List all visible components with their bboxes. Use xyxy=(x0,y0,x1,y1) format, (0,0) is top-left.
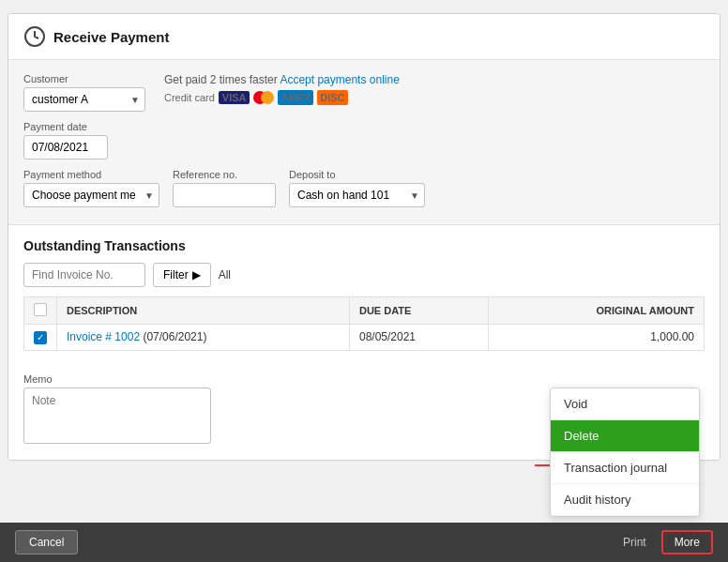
dropdown-arrow-icon xyxy=(656,516,671,517)
all-label: All xyxy=(219,268,231,281)
deposit-group: Deposit to Cash on hand 101 ▼ xyxy=(289,169,425,207)
customer-select[interactable]: customer A xyxy=(23,87,145,112)
visa-icon: VISA xyxy=(219,91,250,104)
deposit-label: Deposit to xyxy=(289,169,425,180)
credit-cards: Credit card VISA AMEX DISC xyxy=(164,90,705,105)
reference-label: Reference no. xyxy=(173,169,276,180)
footer-right: Print More xyxy=(615,530,713,554)
dropdown-menu: Void Delete Transaction journal Audit hi… xyxy=(550,387,700,517)
checkbox-header xyxy=(24,297,57,325)
receive-payment-icon xyxy=(23,25,46,48)
customer-label: Customer xyxy=(23,73,145,84)
amount-cell: 1,000.00 xyxy=(489,325,705,351)
deposit-select-wrapper: Cash on hand 101 ▼ xyxy=(289,183,425,207)
print-button[interactable]: Print xyxy=(615,531,654,554)
dropdown-item-audit-history[interactable]: Audit history xyxy=(551,484,699,516)
form-row-2: Payment date xyxy=(23,121,705,159)
table-header-row: DESCRIPTION DUE DATE ORIGINAL AMOUNT xyxy=(24,297,705,325)
invoice-link[interactable]: Invoice # 1002 xyxy=(67,330,140,343)
footer-left: Cancel xyxy=(15,530,78,554)
transactions-table: DESCRIPTION DUE DATE ORIGINAL AMOUNT Inv… xyxy=(23,296,705,351)
description-header: DESCRIPTION xyxy=(57,297,350,325)
footer-bar: Cancel Print More xyxy=(0,523,728,562)
payment-info: Get paid 2 times faster Accept payments … xyxy=(164,73,705,105)
filter-button-label: Filter xyxy=(163,268,189,281)
row-checkbox[interactable] xyxy=(34,331,47,344)
reference-group: Reference no. xyxy=(173,169,276,207)
form-row-1: Customer customer A ▼ Get paid 2 times f… xyxy=(23,73,705,112)
amex-icon: AMEX xyxy=(278,90,313,105)
dropdown-item-transaction-journal[interactable]: Transaction journal xyxy=(551,452,699,484)
accept-payments-link[interactable]: Accept payments online xyxy=(280,73,399,86)
deposit-select[interactable]: Cash on hand 101 xyxy=(289,183,425,207)
row-checkbox-cell xyxy=(24,325,57,351)
more-button[interactable]: More xyxy=(661,530,713,554)
dropdown-item-void[interactable]: Void xyxy=(551,388,699,420)
payment-method-group: Payment method Choose payment method ▼ xyxy=(23,169,159,207)
cancel-button[interactable]: Cancel xyxy=(15,530,78,554)
filter-row: Filter ▶ All xyxy=(23,263,705,287)
filter-arrow-icon: ▶ xyxy=(192,268,201,281)
payment-method-select[interactable]: Choose payment method xyxy=(23,183,159,207)
payment-method-label: Payment method xyxy=(23,169,159,180)
header: Receive Payment xyxy=(8,14,720,60)
discover-icon: DISC xyxy=(317,90,347,105)
dropdown-item-delete[interactable]: Delete xyxy=(551,420,699,452)
accept-payments-text: Get paid 2 times faster Accept payments … xyxy=(164,73,705,86)
page-title: Receive Payment xyxy=(53,29,169,45)
transactions-title: Outstanding Transactions xyxy=(23,238,705,253)
memo-input[interactable] xyxy=(23,387,211,444)
memo-label: Memo xyxy=(23,373,705,385)
payment-date-label: Payment date xyxy=(23,121,108,132)
customer-group: Customer customer A ▼ xyxy=(23,73,145,112)
table-row: Invoice # 1002 (07/06/2021) 08/05/2021 1… xyxy=(24,325,705,351)
customer-select-wrapper: customer A ▼ xyxy=(23,87,145,112)
payment-date-input[interactable] xyxy=(23,135,108,159)
dropdown-arrow-inner-icon xyxy=(657,516,670,517)
payment-method-select-wrapper: Choose payment method ▼ xyxy=(23,183,159,207)
select-all-checkbox[interactable] xyxy=(34,303,47,316)
mastercard-icon xyxy=(253,91,274,104)
description-cell: Invoice # 1002 (07/06/2021) xyxy=(57,325,350,351)
original-amount-header: ORIGINAL AMOUNT xyxy=(489,297,705,325)
filter-button[interactable]: Filter ▶ xyxy=(153,263,211,287)
find-invoice-input[interactable] xyxy=(23,263,145,287)
transactions-section: Outstanding Transactions Filter ▶ All DE… xyxy=(8,225,720,364)
invoice-date: (07/06/2021) xyxy=(143,330,206,343)
credit-card-label: Credit card xyxy=(164,92,215,103)
due-date-header: DUE DATE xyxy=(349,297,488,325)
form-section: Customer customer A ▼ Get paid 2 times f… xyxy=(8,60,720,225)
reference-input[interactable] xyxy=(173,183,276,207)
payment-date-group: Payment date xyxy=(23,121,108,159)
form-row-3: Payment method Choose payment method ▼ R… xyxy=(23,169,705,207)
due-date-cell: 08/05/2021 xyxy=(349,325,488,351)
